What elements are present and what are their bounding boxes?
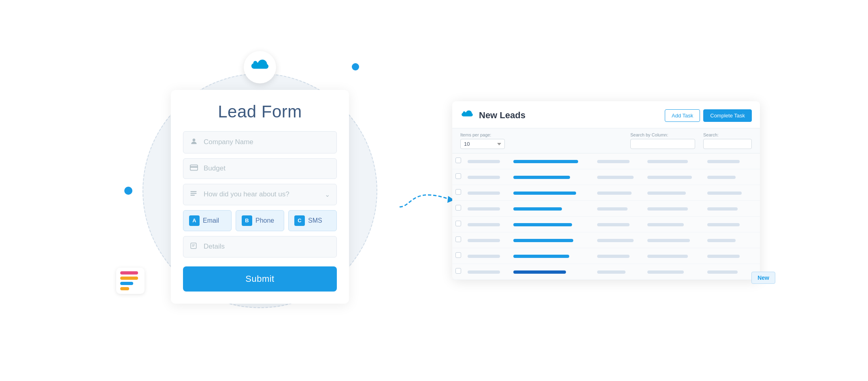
salesforce-logo-left: salesforce [244,51,276,83]
details-label: Details [204,243,225,251]
row-col5 [704,248,752,264]
row-col2-bar [510,201,594,217]
row-col1 [464,264,510,280]
row-checkbox[interactable] [455,221,461,226]
row-col3 [594,217,645,232]
person-icon [190,137,199,147]
row-col3 [594,153,645,169]
dropdown-icon [190,190,199,199]
row-col4 [644,185,704,201]
main-container: salesforce Lead Form Company Name [0,0,868,381]
row-col4 [644,232,704,248]
dropdown-left: How did you hear about us? [190,190,289,199]
row-checkbox-cell [452,217,464,232]
search-by-column-input[interactable] [630,139,695,149]
row-col5 [704,185,752,201]
row-col2-bar [510,185,594,201]
crm-header-buttons: Add Task Complete Task [665,109,752,122]
details-icon [190,242,199,251]
svg-rect-3 [190,166,198,167]
row-checkbox-cell [452,201,464,217]
new-badge-cell: New [752,264,760,280]
sms-letter: C [294,215,305,226]
svg-rect-6 [191,195,195,196]
row-col2-bar [510,232,594,248]
row-col1 [464,248,510,264]
left-section: salesforce Lead Form Company Name [108,19,412,363]
submit-button[interactable]: Submit [183,266,337,292]
row-col1 [464,153,510,169]
chevron-down-icon: ⌄ [325,191,330,198]
phone-label: Phone [255,217,274,224]
heard-about-field[interactable]: How did you hear about us? ⌄ [183,184,337,205]
table-row [452,185,760,201]
phone-button[interactable]: B Phone [236,210,284,231]
new-badge: New [751,272,775,284]
dashed-arrow-svg [396,175,460,223]
row-checkbox[interactable] [455,158,461,163]
table-row [452,232,760,248]
row-checkbox[interactable] [455,236,461,242]
crm-title: New Leads [479,110,525,121]
search-by-column-group: Search by Column: [630,132,695,149]
email-letter: A [189,215,200,226]
details-field[interactable]: Details [183,236,337,258]
row-col2-bar [510,169,594,185]
items-per-page-select[interactable]: 10 25 50 [460,139,505,149]
row-col3 [594,248,645,264]
row-checkbox-cell [452,232,464,248]
table-row [452,169,760,185]
crm-header: New Leads Add Task Complete Task [452,101,760,128]
row-col5 [704,153,752,169]
row-col4 [644,248,704,264]
row-col2-bar [510,248,594,264]
table-row [452,153,760,169]
table-row [452,248,760,264]
sms-button[interactable]: C SMS [288,210,337,231]
row-checkbox-cell [452,248,464,264]
svg-rect-5 [191,193,197,194]
row-col1 [464,185,510,201]
row-checkbox[interactable] [455,173,461,179]
lead-form-card: Lead Form Company Name Budget [171,90,349,304]
crm-table: New [452,153,760,280]
row-col4 [644,217,704,232]
complete-task-button[interactable]: Complete Task [703,109,752,122]
svg-point-1 [193,138,196,141]
budget-field[interactable]: Budget [183,158,337,179]
row-col3 [594,264,645,280]
add-task-button[interactable]: Add Task [665,109,700,122]
row-col4 [644,264,704,280]
phone-letter: B [242,215,252,226]
bar-blue [120,282,133,285]
row-col1 [464,232,510,248]
crm-panel: New Leads Add Task Complete Task Items p… [452,101,760,280]
row-checkbox-cell [452,185,464,201]
row-col3 [594,185,645,201]
sms-label: SMS [308,217,322,224]
row-checkbox[interactable] [455,252,461,258]
row-col2-bar [510,153,594,169]
row-checkbox-cell [452,153,464,169]
email-button[interactable]: A Email [183,210,232,231]
right-section: New Leads Add Task Complete Task Items p… [452,101,760,280]
row-checkbox[interactable] [455,189,461,195]
row-col1 [464,217,510,232]
svg-text:salesforce: salesforce [253,70,270,74]
dot-blue-left [124,187,132,195]
row-col3 [594,232,645,248]
row-col3 [594,201,645,217]
row-col5 [704,232,752,248]
search-by-column-label: Search by Column: [630,132,695,137]
contact-buttons-row: A Email B Phone C SMS [183,210,337,231]
company-name-field[interactable]: Company Name [183,131,337,153]
row-col1 [464,201,510,217]
row-checkbox[interactable] [455,268,461,274]
items-per-page-group: Items per page: 10 25 50 [460,132,505,149]
row-checkbox[interactable] [455,205,461,211]
row-col5 [704,264,752,280]
row-col5 [704,201,752,217]
row-col5 [704,217,752,232]
search-input[interactable] [703,139,752,149]
row-col4 [644,201,704,217]
